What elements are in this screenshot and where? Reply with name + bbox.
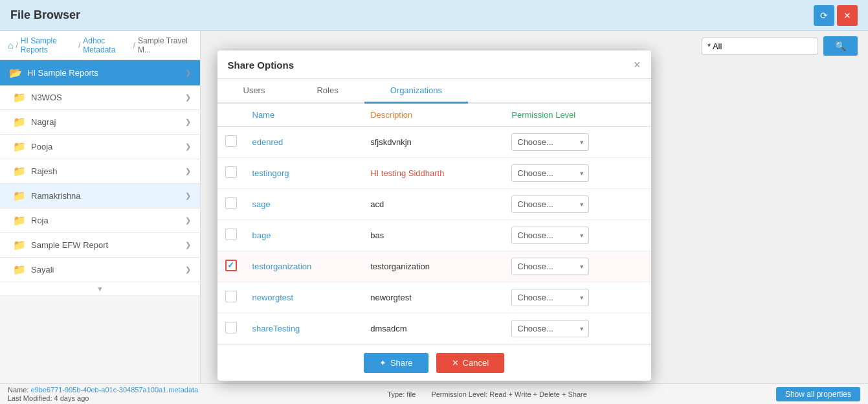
- org-permission-cell: Choose...ReadWriteDeleteShare: [504, 282, 651, 313]
- app-title: File Browser: [10, 8, 80, 22]
- tab-organizations[interactable]: Organizations: [364, 79, 468, 104]
- cancel-label: Cancel: [463, 358, 489, 368]
- org-description: testorganization: [362, 251, 504, 282]
- org-name: sage: [245, 189, 363, 220]
- permission-select[interactable]: Choose...ReadWriteDeleteShare: [511, 196, 589, 213]
- app-header: File Browser ⟳ ✕: [0, 0, 868, 31]
- org-description: bas: [362, 220, 504, 251]
- share-tabs: Users Roles Organizations: [217, 79, 651, 104]
- org-name: bage: [245, 220, 363, 251]
- header-actions: ⟳ ✕: [814, 5, 858, 26]
- org-description: dmsadcm: [362, 313, 504, 344]
- row-checkbox-cell[interactable]: [217, 127, 245, 158]
- modal-overlay: Share Options × Users Roles Organization…: [0, 31, 868, 383]
- org-name: testorganization: [245, 251, 363, 282]
- org-permission-cell: Choose...ReadWriteDeleteShare: [504, 313, 651, 344]
- share-label: Share: [390, 358, 413, 368]
- permission-select[interactable]: Choose...ReadWriteDeleteShare: [511, 289, 589, 306]
- share-icon: ✦: [379, 358, 386, 368]
- row-checkbox[interactable]: [225, 291, 237, 302]
- tab-users[interactable]: Users: [217, 79, 291, 104]
- share-options-modal: Share Options × Users Roles Organization…: [217, 50, 651, 381]
- org-permission-cell: Choose...ReadWriteDeleteShare: [504, 220, 651, 251]
- row-checkbox[interactable]: [225, 135, 237, 147]
- org-permission-cell: Choose...ReadWriteDeleteShare: [504, 189, 651, 220]
- permission-select[interactable]: Choose...ReadWriteDeleteShare: [511, 320, 589, 337]
- org-permission-cell: Choose...ReadWriteDeleteShare: [504, 251, 651, 282]
- organizations-table: Name Description Permission Level edenre…: [217, 104, 651, 344]
- modal-close-button[interactable]: ×: [634, 58, 641, 78]
- org-description: neworgtest: [362, 282, 504, 313]
- permission-select[interactable]: Choose...ReadWriteDeleteShare: [511, 133, 589, 151]
- org-name: testingorg: [245, 158, 363, 189]
- row-checkbox-checked[interactable]: [225, 260, 237, 271]
- row-checkbox[interactable]: [225, 229, 237, 240]
- col-header-name: Name: [245, 104, 363, 127]
- org-description: acd: [362, 189, 504, 220]
- row-checkbox-cell[interactable]: [217, 251, 245, 282]
- org-name: shareTesting: [245, 313, 363, 344]
- org-permission-cell: Choose...ReadWriteDeleteShare: [504, 158, 651, 189]
- modal-header: Share Options ×: [217, 50, 651, 79]
- cancel-icon: ✕: [452, 358, 459, 368]
- row-checkbox-cell[interactable]: [217, 189, 245, 220]
- table-row: testingorg HI testing Siddharth Choose..…: [217, 158, 651, 189]
- table-row: shareTesting dmsadcm Choose...ReadWriteD…: [217, 313, 651, 344]
- modal-body: Name Description Permission Level edenre…: [217, 104, 651, 344]
- row-checkbox-cell[interactable]: [217, 313, 245, 344]
- org-name: edenred: [245, 127, 363, 158]
- row-checkbox[interactable]: [225, 322, 237, 333]
- tab-roles[interactable]: Roles: [291, 79, 364, 104]
- table-row: sage acd Choose...ReadWriteDeleteShare: [217, 189, 651, 220]
- table-row: bage bas Choose...ReadWriteDeleteShare: [217, 220, 651, 251]
- col-header-desc: Description: [362, 104, 504, 127]
- row-checkbox[interactable]: [225, 197, 237, 209]
- col-header-check: [217, 104, 245, 127]
- org-description: HI testing Siddharth: [362, 158, 504, 189]
- modal-footer: ✦ Share ✕ Cancel: [217, 344, 651, 381]
- row-checkbox-cell[interactable]: [217, 282, 245, 313]
- close-button[interactable]: ✕: [837, 5, 858, 26]
- row-checkbox-cell[interactable]: [217, 220, 245, 251]
- permission-select[interactable]: Choose...ReadWriteDeleteShare: [511, 227, 589, 244]
- row-checkbox-cell[interactable]: [217, 158, 245, 189]
- modal-title: Share Options: [228, 60, 295, 77]
- col-header-perm: Permission Level: [504, 104, 651, 127]
- row-checkbox[interactable]: [225, 166, 237, 178]
- table-row: neworgtest neworgtest Choose...ReadWrite…: [217, 282, 651, 313]
- share-button[interactable]: ✦ Share: [364, 353, 428, 373]
- permission-select[interactable]: Choose...ReadWriteDeleteShare: [511, 164, 589, 182]
- org-description: sfjskdvnkjn: [362, 127, 504, 158]
- permission-select[interactable]: Choose...ReadWriteDeleteShare: [511, 258, 589, 275]
- table-row: edenred sfjskdvnkjn Choose...ReadWriteDe…: [217, 127, 651, 158]
- organizations-table-container: Name Description Permission Level edenre…: [217, 104, 651, 344]
- org-permission-cell: Choose...ReadWriteDeleteShare: [504, 127, 651, 158]
- cancel-button[interactable]: ✕ Cancel: [436, 353, 504, 373]
- refresh-button[interactable]: ⟳: [814, 5, 834, 26]
- org-name: neworgtest: [245, 282, 363, 313]
- table-row: testorganization testorganization Choose…: [217, 251, 651, 282]
